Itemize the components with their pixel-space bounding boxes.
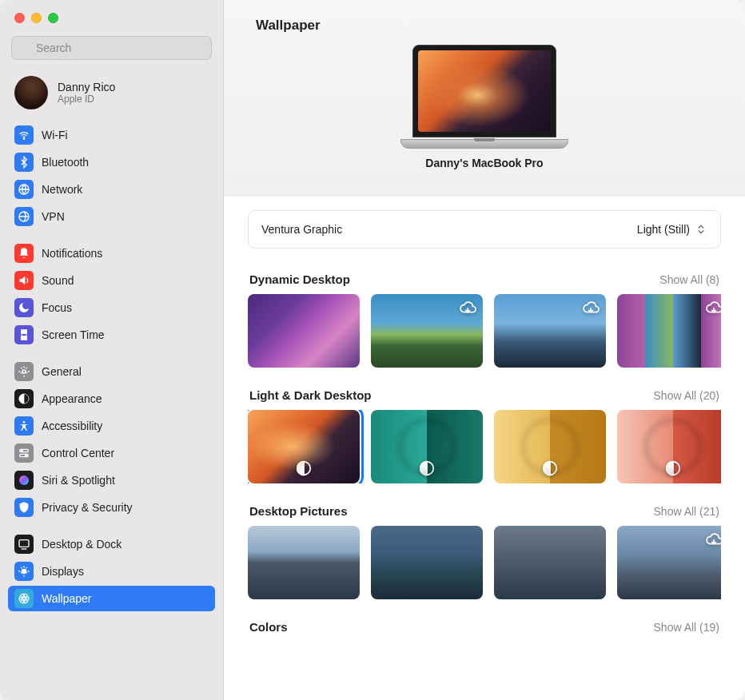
wallpaper-thumb[interactable] [494, 294, 606, 368]
wallpaper-thumb[interactable] [617, 294, 721, 368]
sidebar-item-label: Wallpaper [42, 592, 92, 605]
desktop-dock-icon [14, 535, 34, 554]
svg-point-7 [23, 421, 26, 424]
svg-point-5 [22, 370, 26, 373]
show-all-link[interactable]: Show All (21) [654, 505, 719, 518]
screen-time-icon [14, 325, 34, 344]
wallpaper-thumb[interactable] [494, 410, 606, 483]
wallpaper-mode-label: Light (Still) [637, 223, 690, 236]
section-colors: Colors Show All (19) [248, 620, 721, 634]
close-window-button[interactable] [14, 13, 25, 23]
current-wallpaper-bar: Ventura Graphic Light (Still) [248, 210, 721, 249]
appearance-mode-icon [541, 459, 559, 477]
wallpaper-mode-popup[interactable]: Light (Still) [637, 222, 707, 237]
sidebar-item-notifications[interactable]: Notifications [8, 241, 215, 266]
svg-rect-13 [19, 540, 29, 547]
sidebar-item-desktop-dock[interactable]: Desktop & Dock [8, 531, 215, 557]
control-center-icon [14, 443, 34, 463]
wallpaper-thumb[interactable] [248, 410, 360, 483]
section-desktop-pictures: Desktop Pictures Show All (21) [248, 504, 721, 599]
svg-point-20 [297, 462, 311, 475]
section-title: Desktop Pictures [249, 504, 348, 518]
appearance-mode-icon [418, 459, 436, 477]
sidebar-item-siri[interactable]: Siri & Spotlight [8, 467, 215, 493]
wallpaper-thumb[interactable] [371, 410, 483, 483]
sidebar-item-label: General [42, 365, 82, 378]
sidebar-item-label: Displays [42, 565, 84, 578]
wallpaper-thumb[interactable] [371, 294, 483, 368]
download-icon [705, 300, 721, 318]
sidebar-item-label: Notifications [42, 247, 102, 260]
show-all-link[interactable]: Show All (19) [654, 621, 719, 634]
show-all-link[interactable]: Show All (20) [654, 389, 719, 402]
sidebar-item-privacy[interactable]: Privacy & Security [8, 495, 215, 520]
laptop-preview [400, 45, 568, 149]
system-settings-window: Danny Rico Apple ID Wi-FiBluetoothNetwor… [0, 0, 745, 700]
wallpaper-thumb[interactable] [494, 526, 606, 599]
minimize-window-button[interactable] [31, 13, 42, 23]
sidebar-item-focus[interactable]: Focus [8, 295, 215, 320]
wallpaper-thumb[interactable] [617, 410, 721, 483]
show-all-link[interactable]: Show All (8) [659, 273, 719, 286]
wallpaper-thumb[interactable] [371, 526, 483, 599]
sidebar-item-label: Sound [42, 274, 74, 287]
download-icon [705, 532, 721, 550]
sidebar-item-label: Privacy & Security [42, 501, 133, 514]
fullscreen-window-button[interactable] [48, 13, 58, 23]
sidebar-item-label: Screen Time [42, 328, 105, 341]
displays-icon [14, 562, 34, 581]
sidebar-item-general[interactable]: General [8, 359, 215, 384]
sidebar-item-bluetooth[interactable]: Bluetooth [8, 149, 215, 175]
svg-point-15 [23, 598, 26, 600]
sound-icon [14, 271, 34, 290]
device-preview: Danny's MacBook Pro [256, 45, 713, 184]
account-name: Danny Rico [58, 81, 115, 93]
sidebar-item-sound[interactable]: Sound [8, 268, 215, 293]
wallpaper-thumb[interactable] [248, 526, 360, 599]
sidebar-item-label: Appearance [42, 392, 102, 405]
svg-point-21 [420, 462, 434, 475]
wallpaper-thumb[interactable] [617, 526, 721, 599]
sidebar-item-label: VPN [42, 210, 65, 223]
page-title: Wallpaper [256, 18, 713, 34]
device-name: Danny's MacBook Pro [425, 157, 543, 169]
svg-point-14 [22, 569, 27, 575]
current-wallpaper-name: Ventura Graphic [261, 223, 342, 236]
sidebar-item-accessibility[interactable]: Accessibility [8, 413, 215, 439]
sidebar-item-label: Desktop & Dock [42, 538, 122, 551]
sidebar-item-label: Bluetooth [42, 156, 89, 169]
svg-point-23 [667, 462, 680, 475]
privacy-icon [14, 498, 34, 517]
apple-id-account[interactable]: Danny Rico Apple ID [0, 68, 223, 122]
wallpaper-thumb[interactable] [248, 294, 360, 368]
svg-point-11 [26, 455, 27, 456]
bluetooth-icon [14, 153, 34, 172]
sidebar-item-control-center[interactable]: Control Center [8, 440, 215, 466]
sidebar: Danny Rico Apple ID Wi-FiBluetoothNetwor… [0, 0, 224, 700]
download-icon [582, 300, 600, 318]
svg-point-22 [544, 462, 557, 475]
svg-point-10 [21, 450, 22, 451]
account-sub: Apple ID [58, 93, 115, 105]
sidebar-item-appearance[interactable]: Appearance [8, 386, 215, 412]
siri-icon [14, 471, 34, 490]
sidebar-item-label: Accessibility [42, 420, 102, 432]
section-dynamic-desktop: Dynamic Desktop Show All (8) [248, 272, 721, 368]
main-content: Wallpaper Danny's MacBook Pro Ventura Gr… [224, 0, 745, 700]
sidebar-item-wifi[interactable]: Wi-Fi [8, 122, 215, 148]
popup-arrows-icon [695, 222, 707, 237]
notifications-icon [14, 244, 34, 263]
sidebar-item-label: Focus [42, 301, 72, 314]
search-input[interactable] [11, 36, 212, 60]
sidebar-item-network[interactable]: Network [8, 177, 215, 202]
download-icon [459, 300, 476, 318]
section-light-dark: Light & Dark Desktop Show All (20) [248, 388, 721, 483]
wifi-icon [14, 125, 34, 145]
accessibility-icon [14, 416, 34, 436]
sidebar-item-label: Control Center [42, 447, 114, 459]
sidebar-item-vpn[interactable]: VPN [8, 204, 215, 229]
sidebar-item-wallpaper[interactable]: Wallpaper [8, 586, 215, 611]
appearance-mode-icon [664, 459, 682, 477]
sidebar-item-displays[interactable]: Displays [8, 559, 215, 584]
sidebar-item-screen-time[interactable]: Screen Time [8, 322, 215, 348]
